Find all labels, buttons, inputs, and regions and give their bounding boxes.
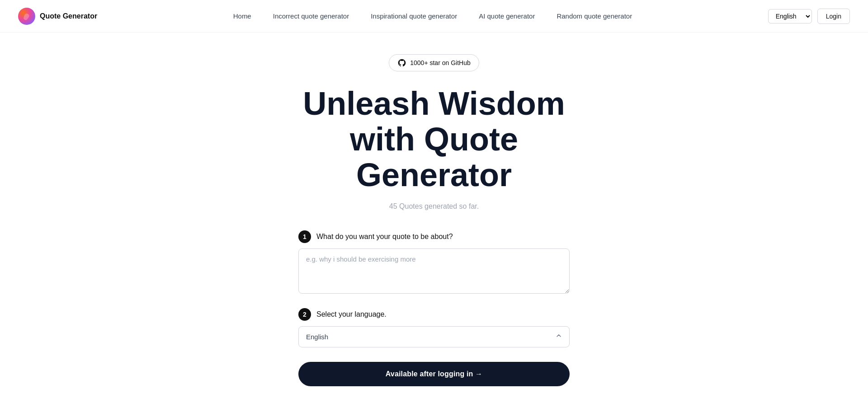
logo-icon [18,8,35,25]
github-badge-text: 1000+ star on GitHub [410,59,470,66]
nav-home[interactable]: Home [233,12,251,21]
nav-inspirational[interactable]: Inspirational quote generator [371,12,457,21]
language-select-wrapper: English Spanish French German Italian Po… [298,326,570,347]
github-icon [397,58,406,67]
step2-label: 2 Select your language. [298,308,570,321]
nav-incorrect[interactable]: Incorrect quote generator [273,12,349,21]
login-button[interactable]: Login [817,9,850,24]
nav-actions: English Spanish French German Login [768,9,850,24]
step1-number: 1 [298,230,311,243]
quotes-count: 45 Quotes generated so far. [389,202,479,211]
quote-form: 1 What do you want your quote to be abou… [298,230,570,386]
step1-label: 1 What do you want your quote to be abou… [298,230,570,243]
step2-wrapper: 2 Select your language. English Spanish … [298,308,570,347]
step2-text: Select your language. [316,310,387,318]
main-content: 1000+ star on GitHub Unleash Wisdom with… [0,33,868,412]
nav-links: Home Incorrect quote generator Inspirati… [97,12,768,21]
logo-text: Quote Generator [40,12,97,20]
nav-random[interactable]: Random quote generator [557,12,632,21]
language-select[interactable]: English Spanish French German Italian Po… [298,326,570,347]
step1-text: What do you want your quote to be about? [316,233,453,241]
github-badge[interactable]: 1000+ star on GitHub [389,54,479,71]
quote-textarea[interactable] [298,248,570,294]
nav-ai[interactable]: AI quote generator [479,12,535,21]
hero-heading: Unleash Wisdom with Quote Generator [276,86,592,193]
navbar: Quote Generator Home Incorrect quote gen… [0,0,868,33]
submit-button[interactable]: Available after logging in → [298,362,570,386]
nav-language-select[interactable]: English Spanish French German [768,9,812,23]
step2-number: 2 [298,308,311,321]
logo-area[interactable]: Quote Generator [18,8,97,25]
